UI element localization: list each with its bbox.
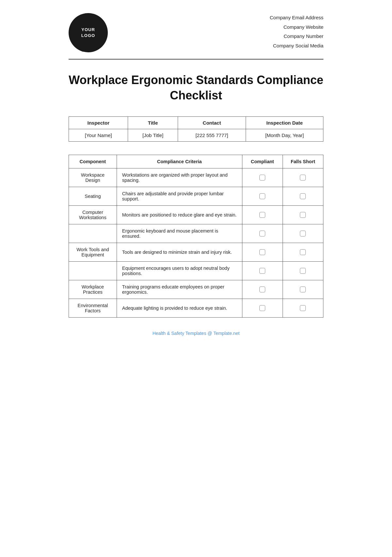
company-logo: YOUR LOGO [69,13,108,52]
component-cell: Workplace Practices [69,280,117,299]
compliant-cell[interactable] [242,280,283,299]
compliant-cell[interactable] [242,243,283,261]
falls-short-cell[interactable] [283,261,323,280]
compliant-checkbox[interactable] [259,231,265,236]
contact-col-header: Contact [178,116,246,129]
component-cell: Computer Workstations [69,205,117,224]
falls-short-cell[interactable] [283,299,323,317]
falls-short-checkbox[interactable] [300,249,306,255]
inspector-row: [Your Name] [Job Title] [222 555 7777] [… [69,129,323,141]
falls-short-cell[interactable] [283,205,323,224]
falls-short-cell[interactable] [283,243,323,261]
criteria-cell: Workstations are organized with proper l… [117,168,242,187]
title-col-header: Title [128,116,178,129]
criteria-cell: Equipment encourages users to adopt neut… [117,261,242,280]
inspector-table: Inspector Title Contact Inspection Date … [69,116,323,142]
inspector-name: [Your Name] [69,129,128,141]
falls-short-checkbox[interactable] [300,305,306,311]
falls-short-checkbox[interactable] [300,212,306,218]
inspector-date: [Month Day, Year] [246,129,323,141]
criteria-col-header: Compliance Criteria [117,155,242,168]
compliant-cell[interactable] [242,168,283,187]
compliance-table: Component Compliance Criteria Compliant … [69,155,323,318]
company-social: Company Social Media [270,41,323,51]
criteria-cell: Chairs are adjustable and provide proper… [117,187,242,205]
date-col-header: Inspection Date [246,116,323,129]
compliance-row: Ergonomic keyboard and mouse placement i… [69,224,323,243]
company-info-block: Company Email Address Company Website Co… [270,13,323,50]
compliant-cell[interactable] [242,261,283,280]
compliance-row: Work Tools and EquipmentTools are design… [69,243,323,261]
compliance-row: Workspace DesignWorkstations are organiz… [69,168,323,187]
footer: Health & Safety Templates @ Template.net [69,331,323,336]
falls-short-cell[interactable] [283,168,323,187]
compliant-checkbox[interactable] [259,193,265,199]
compliant-checkbox[interactable] [259,249,265,255]
component-cell [69,224,117,243]
component-cell: Environmental Factors [69,299,117,317]
component-cell: Workspace Design [69,168,117,187]
criteria-cell: Tools are designed to minimize strain an… [117,243,242,261]
compliant-col-header: Compliant [242,155,283,168]
compliance-row: Environmental FactorsAdequate lighting i… [69,299,323,317]
falls-short-col-header: Falls Short [283,155,323,168]
criteria-cell: Adequate lighting is provided to reduce … [117,299,242,317]
page-title: Workplace Ergonomic Standards Compliance… [69,73,323,103]
footer-text: Health & Safety Templates @ Template.net [153,331,240,336]
component-col-header: Component [69,155,117,168]
compliance-row: Computer WorkstationsMonitors are positi… [69,205,323,224]
falls-short-cell[interactable] [283,187,323,205]
criteria-cell: Ergonomic keyboard and mouse placement i… [117,224,242,243]
falls-short-checkbox[interactable] [300,268,306,274]
compliant-checkbox[interactable] [259,305,265,311]
compliance-row: Workplace PracticesTraining programs edu… [69,280,323,299]
logo-line2: LOGO [81,33,95,39]
falls-short-cell[interactable] [283,224,323,243]
compliant-cell[interactable] [242,224,283,243]
criteria-cell: Monitors are positioned to reduce glare … [117,205,242,224]
falls-short-checkbox[interactable] [300,231,306,236]
company-email: Company Email Address [270,13,323,23]
compliant-checkbox[interactable] [259,268,265,274]
compliant-cell[interactable] [242,187,283,205]
falls-short-cell[interactable] [283,280,323,299]
logo-line1: YOUR [81,27,95,33]
falls-short-checkbox[interactable] [300,287,306,292]
compliant-cell[interactable] [242,299,283,317]
compliant-checkbox[interactable] [259,212,265,218]
inspector-col-header: Inspector [69,116,128,129]
compliance-row: SeatingChairs are adjustable and provide… [69,187,323,205]
falls-short-checkbox[interactable] [300,175,306,181]
page-header: YOUR LOGO Company Email Address Company … [69,13,323,60]
falls-short-checkbox[interactable] [300,193,306,199]
compliance-row: Equipment encourages users to adopt neut… [69,261,323,280]
inspector-title: [Job Title] [128,129,178,141]
compliant-cell[interactable] [242,205,283,224]
criteria-cell: Training programs educate employees on p… [117,280,242,299]
compliant-checkbox[interactable] [259,175,265,181]
company-number: Company Number [270,32,323,41]
component-cell [69,261,117,280]
company-website: Company Website [270,23,323,32]
component-cell: Work Tools and Equipment [69,243,117,261]
component-cell: Seating [69,187,117,205]
compliant-checkbox[interactable] [259,287,265,292]
inspector-contact: [222 555 7777] [178,129,246,141]
